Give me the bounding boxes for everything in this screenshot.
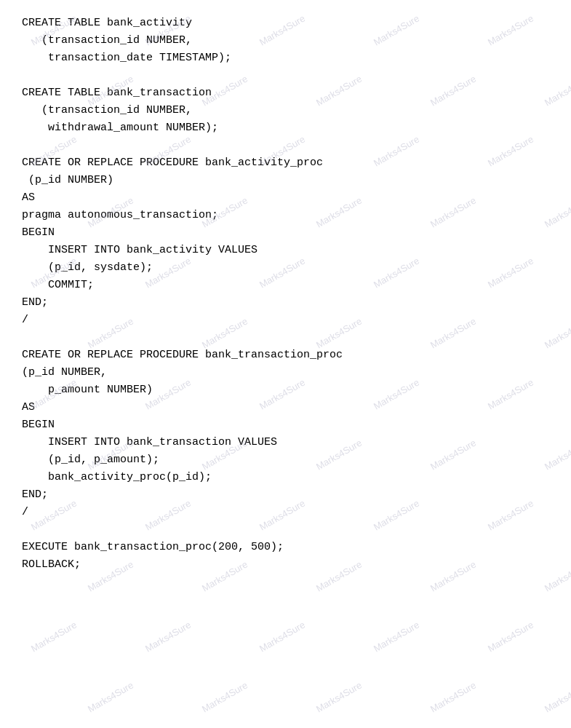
watermark-item: Marks4Sure [314, 680, 364, 715]
code-area: CREATE TABLE bank_activity (transaction_… [0, 0, 571, 588]
watermark-item: Marks4Sure [200, 680, 249, 715]
watermark-item: Marks4Sure [371, 619, 420, 654]
code-content: CREATE TABLE bank_activity (transaction_… [22, 15, 549, 574]
watermark-item: Marks4Sure [86, 680, 135, 715]
watermark-item: Marks4Sure [428, 680, 478, 715]
watermark-item: Marks4Sure [28, 619, 78, 654]
watermark-item: Marks4Sure [257, 619, 306, 654]
watermark-item: Marks4Sure [485, 619, 535, 654]
watermark-item: Marks4Sure [143, 619, 192, 654]
watermark-item: Marks4Sure [543, 680, 571, 715]
